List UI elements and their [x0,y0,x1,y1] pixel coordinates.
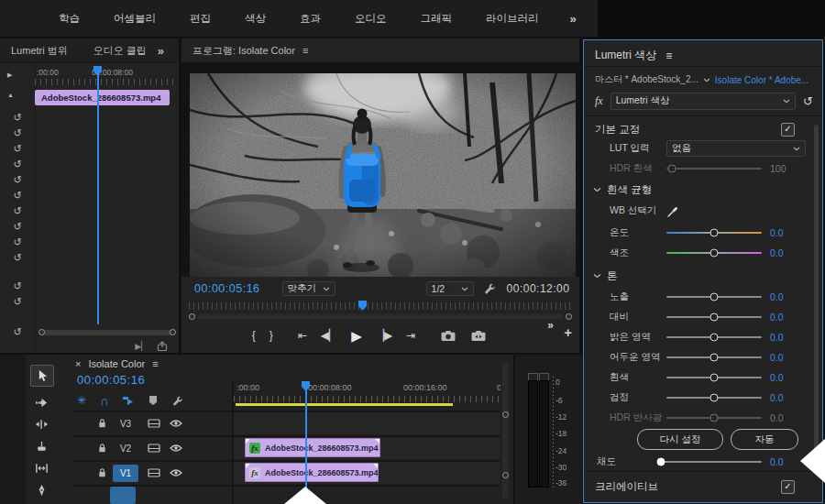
panel-menu-icon[interactable]: ≡ [302,45,308,56]
button-editor-icon[interactable]: + [564,324,572,340]
sequence-tab-label[interactable]: Isolate Color [88,358,145,369]
chevron-down-icon[interactable] [703,78,710,82]
program-video-frame[interactable] [190,73,576,277]
creative-header[interactable]: 크리에이티브 ✓ [584,478,822,495]
ec-playhead[interactable] [94,66,102,76]
lock-icon[interactable] [97,443,107,454]
panel-menu-icon[interactable]: ≡ [152,358,158,369]
temperature-slider[interactable] [666,232,762,234]
lock-icon[interactable] [97,467,107,478]
workspace-tab-learn[interactable]: 학습 [59,12,80,26]
sync-lock-icon[interactable] [148,419,160,428]
program-timecode[interactable]: 00:00:05:16 [194,282,260,295]
workspace-tab-effects[interactable]: 효과 [300,12,321,26]
tab-audio-clip-mixer[interactable]: 오디오 클립 [94,44,147,58]
play-button[interactable]: ▶ [351,329,362,343]
nest-toggle-icon[interactable]: ✳ [77,394,86,407]
snap-magnet-icon[interactable]: ∩ [100,394,108,408]
reset-parameter-icon[interactable]: ↺ [0,235,35,250]
eyedropper-icon[interactable] [666,204,680,218]
add-marker-icon[interactable] [148,395,158,406]
whites-slider[interactable] [666,377,762,378]
sync-lock-icon[interactable] [148,444,160,453]
lut-dropdown[interactable]: 없음 [666,140,806,157]
reset-parameter-icon[interactable]: ↺ [0,294,35,310]
track-lane-v3[interactable] [234,412,500,434]
lumetri-scrollbar[interactable] [814,125,819,460]
timeline-settings-wrench-icon[interactable] [171,395,183,407]
ec-horizontal-scrollbar[interactable] [40,330,174,335]
comparison-view-icon[interactable] [470,330,487,342]
master-clip-label[interactable]: 마스터 * AdobeStock_2... [595,73,698,86]
razor-tool[interactable] [30,436,52,456]
tone-header[interactable]: 톤 [584,268,822,284]
tint-slider[interactable] [666,252,762,254]
selection-tool[interactable] [30,365,54,387]
reset-parameter-icon[interactable]: ↺ [0,110,35,126]
program-zoom-scrollbar[interactable] [198,314,563,319]
basic-correction-header[interactable]: 기본 교정 ✓ [584,121,822,137]
panel-overflow-icon[interactable]: » [158,44,164,58]
auto-button[interactable]: 자동 [731,429,798,450]
export-frame-icon[interactable] [440,330,456,342]
lock-icon[interactable] [97,418,107,429]
mark-in-button[interactable]: { [252,330,256,341]
reset-parameter-icon[interactable]: ↺ [0,324,35,340]
linked-selection-icon[interactable] [122,395,135,406]
workspace-tab-libraries[interactable]: 라이브러리 [486,12,539,26]
step-back-button[interactable]: ◀▏ [321,330,337,341]
reset-parameter-icon[interactable]: ↺ [0,157,35,172]
play-effect-icon[interactable]: ▶▏ [135,342,148,351]
workspace-tab-color[interactable]: 색상 [245,12,266,26]
workspace-tab-editing[interactable]: 편집 [190,12,211,26]
ec-mini-ruler[interactable] [35,79,176,85]
track-output-eye-icon[interactable] [170,444,182,453]
program-playhead[interactable] [358,301,367,311]
timeline-scroll-handle-bottom[interactable] [502,472,509,478]
ec-playhead-line[interactable] [97,66,99,324]
workspace-overflow-icon[interactable]: » [570,12,577,26]
program-zoom-handle-left[interactable] [189,313,195,320]
reset-parameter-icon[interactable]: ↺ [0,188,35,203]
transport-overflow-icon[interactable]: » [547,319,554,332]
collapse-clip-icon[interactable]: ▲ [7,92,14,98]
track-name-v1[interactable]: V1 [113,465,138,482]
close-sequence-icon[interactable]: × [75,358,81,369]
track-select-forward-tool[interactable] [30,392,52,412]
work-area-bar[interactable] [236,403,453,406]
workspace-tab-assembly[interactable]: 어셈블리 [114,12,156,26]
tab-lumetri-scopes[interactable]: Lumetri 범위 [11,44,68,58]
go-to-out-button[interactable]: ⇥ [406,330,415,341]
timeline-scroll-handle-top[interactable] [502,411,509,418]
workspace-tab-audio[interactable]: 오디오 [355,12,387,26]
reset-parameter-icon[interactable]: ↺ [0,279,35,294]
track-output-eye-icon[interactable] [170,419,182,428]
effect-selector-dropdown[interactable]: Lumetri 색상 [610,93,796,110]
track-name-v3[interactable]: V3 [113,415,138,433]
pen-tool[interactable] [30,480,52,500]
ec-scrollbar-handle-right[interactable] [170,329,176,335]
basic-correction-checkbox[interactable]: ✓ [781,123,795,137]
track-name-v2[interactable]: V2 [113,440,138,457]
blacks-slider[interactable] [666,397,762,399]
reset-effect-icon[interactable]: ↺ [803,94,813,108]
slip-tool[interactable] [30,458,52,478]
settings-wrench-icon[interactable] [483,282,496,295]
mark-out-button[interactable]: } [270,330,273,341]
contrast-slider[interactable] [666,316,762,318]
expand-effect-icon[interactable]: ▶ [7,71,12,79]
reset-parameter-icon[interactable]: ↺ [0,250,35,266]
shadows-slider[interactable] [666,356,762,358]
reset-parameter-icon[interactable]: ↺ [0,203,35,219]
playback-resolution-dropdown[interactable]: 1/2 [426,281,474,296]
ec-clip-bar[interactable]: AdobeStock_286608573.mp4 [35,90,170,105]
reset-parameter-icon[interactable]: ↺ [0,219,35,235]
highlights-slider[interactable] [666,336,762,338]
sync-lock-icon[interactable] [148,468,160,477]
sequence-clip-link[interactable]: Isolate Color * Adobe... [715,75,808,85]
timeline-vertical-scrollbar[interactable] [502,362,509,499]
timeline-playhead[interactable] [302,381,310,391]
clip-v2[interactable]: fx AdobeStock_286608573.mp4 [245,438,380,457]
program-scrub-bar[interactable] [189,302,572,310]
clip-v1[interactable]: fx AdobeStock_286608573.mp4 [245,463,379,482]
